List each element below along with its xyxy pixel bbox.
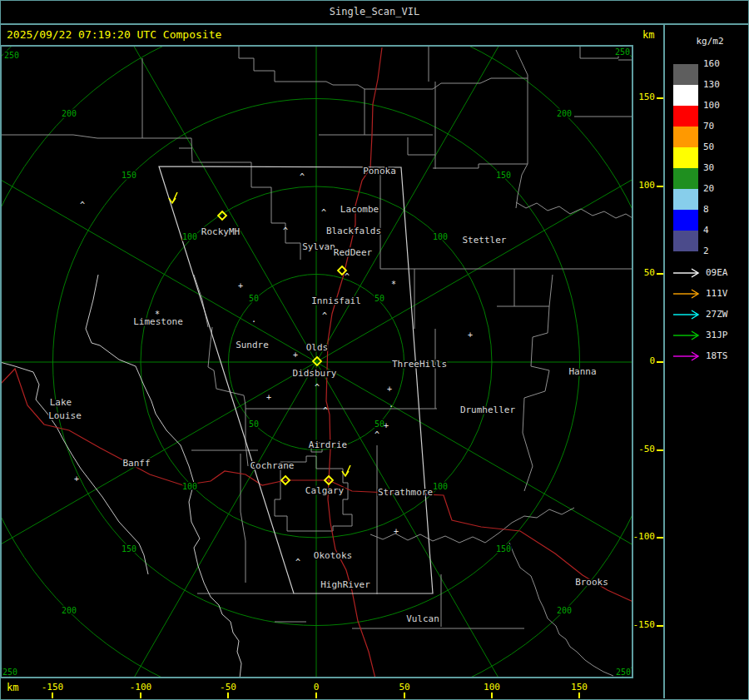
y-axis-tick-mark: [657, 361, 663, 363]
x-axis-tick-mark: [578, 693, 580, 698]
y-axis-tick-label: -100: [630, 531, 655, 542]
track-id-label: 18TS: [706, 350, 744, 361]
y-axis-tick-mark: [657, 537, 663, 539]
track-arrow-icon: [672, 268, 703, 278]
y-axis-tick-label: 50: [630, 267, 655, 278]
legend-value-label: 2: [703, 246, 737, 256]
legend-color-box: [673, 210, 698, 231]
x-axis-tick-label: 150: [561, 682, 598, 693]
legend-panel: kg/m2 16013010070503020842 09EA111V27ZW3…: [665, 24, 748, 698]
x-axis-tick-label: 50: [386, 682, 423, 693]
legend-unit-label: kg/m2: [680, 36, 740, 47]
track-id-label: 111V: [706, 288, 744, 299]
y-axis-tick-mark: [657, 625, 663, 627]
y-axis-tick-mark: [657, 449, 663, 451]
legend-value-label: 30: [703, 162, 737, 173]
legend-color-box: [673, 85, 698, 106]
y-axis-unit-label: km: [642, 25, 654, 45]
legend-value-label: 20: [703, 183, 737, 194]
x-axis-tick-label: 0: [298, 682, 335, 693]
legend-color-box: [673, 147, 698, 168]
x-axis-tick-label: -100: [122, 682, 159, 693]
window-title: Single_Scan_VIL: [330, 6, 419, 17]
legend-color-box: [673, 189, 698, 210]
info-bar: 2025/09/22 07:19:20 UTC Composite km: [0, 25, 664, 45]
x-axis-tick-mark: [404, 693, 405, 698]
legend-value-label: 70: [703, 121, 737, 132]
x-axis-tick-mark: [140, 693, 141, 698]
y-axis-tick-label: -150: [630, 619, 655, 630]
x-axis-unit-label: km: [7, 682, 18, 693]
x-axis-tick-mark: [491, 693, 493, 698]
legend-color-box: [673, 64, 698, 85]
x-axis-tick-mark: [227, 693, 229, 698]
x-axis-tick-label: -150: [34, 682, 71, 693]
legend-color-box: [673, 106, 698, 127]
track-arrow-icon: [672, 351, 703, 361]
y-axis-tick-mark: [657, 186, 663, 187]
legend-value-label: 50: [703, 141, 737, 152]
y-axis-tick-label: -50: [630, 444, 655, 454]
x-axis-tick-label: 100: [474, 682, 510, 693]
track-id-label: 31JP: [706, 330, 744, 340]
y-axis-tick-label: 0: [630, 355, 655, 366]
x-axis-tick-label: -50: [210, 682, 246, 693]
scan-timestamp: 2025/09/22 07:19:20 UTC Composite: [7, 25, 221, 45]
track-arrow-icon: [672, 330, 703, 340]
y-axis-tick-mark: [657, 273, 663, 275]
y-axis-tick-label: 100: [630, 180, 655, 191]
legend-value-label: 160: [703, 58, 737, 69]
legend-value-label: 130: [703, 79, 737, 90]
track-arrow-icon: [672, 289, 703, 299]
track-arrow-icon: [672, 310, 703, 320]
legend-color-box: [673, 168, 698, 189]
legend-color-box: [673, 127, 698, 147]
legend-color-box: [673, 231, 698, 251]
y-axis-tick-mark: [657, 97, 663, 99]
legend-value-label: 8: [703, 204, 737, 215]
y-axis-tick-label: 150: [630, 92, 655, 102]
map-border: [0, 45, 633, 678]
track-id-label: 09EA: [706, 267, 744, 278]
track-id-label: 27ZW: [706, 309, 744, 320]
x-axis-tick-mark: [52, 693, 53, 698]
legend-value-label: 100: [703, 100, 737, 111]
title-bar: Single_Scan_VIL: [0, 0, 749, 25]
legend-value-label: 4: [703, 225, 737, 236]
x-axis-tick-mark: [315, 693, 317, 698]
